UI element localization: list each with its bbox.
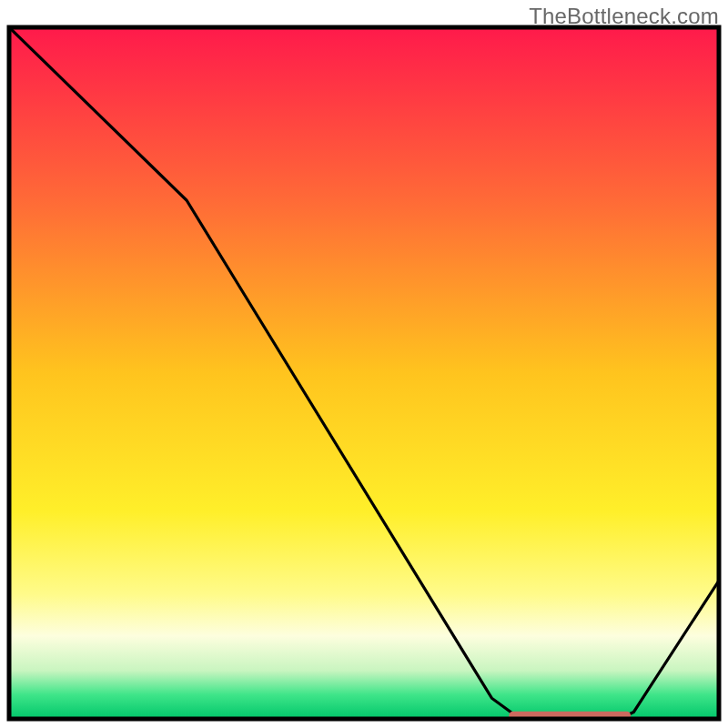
bottleneck-chart bbox=[0, 0, 728, 728]
watermark-text: TheBottleneck.com bbox=[529, 4, 719, 29]
chart-container: TheBottleneck.com bbox=[0, 0, 728, 728]
